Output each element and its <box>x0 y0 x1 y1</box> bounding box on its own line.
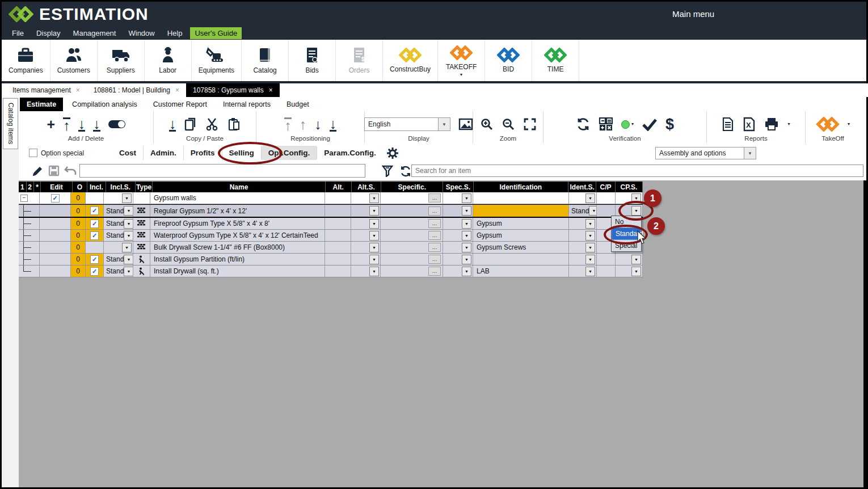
name-cell[interactable]: Install Gypsum Partition (ft/lin) <box>150 254 325 265</box>
identification-cell[interactable]: Gypsum Screws <box>473 242 569 253</box>
menu-management[interactable]: Management <box>69 27 121 39</box>
table-row[interactable]: 0 Stand▼ Waterproof Gypsum Type X 5/8" x… <box>19 230 643 242</box>
ellipsis-button[interactable]: ... <box>428 206 441 216</box>
tab-compilation-analysis[interactable]: Compilation analysis <box>65 98 144 111</box>
excel-export-icon[interactable]: X <box>742 117 756 132</box>
chevron-down-icon[interactable]: ▾ <box>460 74 462 76</box>
toolbar-catalog[interactable]: Catalog <box>242 40 289 81</box>
name-cell[interactable]: Regular Gypsum 1/2" x 4' x 12' <box>150 205 325 217</box>
param-config-button[interactable]: Param.Config. <box>317 146 383 160</box>
table-row[interactable]: 0 Stand▼ Install Gypsum Partition (ft/li… <box>19 254 643 265</box>
chevron-down-icon[interactable]: ▼ <box>462 231 471 241</box>
o-cell[interactable]: 0 <box>71 254 86 265</box>
add-item-icon[interactable]: + <box>47 117 55 132</box>
gear-icon[interactable] <box>386 147 399 159</box>
toolbar-labor[interactable]: Labor <box>145 40 192 81</box>
chevron-down-icon[interactable]: ▼ <box>124 255 133 264</box>
chevron-down-icon[interactable]: ▾ <box>631 123 634 125</box>
move-bottom-icon[interactable]: ↓ <box>330 117 337 132</box>
ellipsis-button[interactable]: ... <box>428 243 441 252</box>
status-indicator-icon[interactable] <box>621 120 630 129</box>
menu-file[interactable]: File <box>7 27 28 39</box>
filter-funnel-icon[interactable] <box>382 165 393 177</box>
undo-icon[interactable] <box>64 165 77 176</box>
toolbar-time[interactable]: TIME <box>532 40 579 81</box>
col-o[interactable]: O <box>73 182 88 192</box>
chevron-down-icon[interactable]: ▼ <box>369 255 379 264</box>
name-cell[interactable]: Gypsum walls <box>150 192 325 204</box>
chevron-down-icon[interactable]: ▼ <box>585 255 595 264</box>
chevron-down-icon[interactable]: ▼ <box>124 231 133 241</box>
toggle-switch-icon[interactable] <box>108 120 125 128</box>
table-row[interactable]: 0 Stand▼ Install Drywall (sq. ft.) ▼ ...… <box>19 265 643 277</box>
identification-cell-active[interactable] <box>473 205 569 217</box>
chevron-down-icon[interactable]: ▼ <box>369 193 379 203</box>
printer-icon[interactable] <box>764 117 779 132</box>
delete-all-icon[interactable]: ↓ <box>93 117 100 132</box>
copy-icon[interactable] <box>184 117 197 132</box>
catalog-items-side-tab[interactable]: Catalog items <box>3 98 18 149</box>
col-incl[interactable]: Incl. <box>87 182 106 192</box>
report-document-icon[interactable] <box>722 117 734 132</box>
ellipsis-button[interactable]: ... <box>428 193 441 203</box>
checkmark-icon[interactable] <box>642 117 658 131</box>
menu-window[interactable]: Window <box>124 27 159 39</box>
chevron-down-icon[interactable]: ▼ <box>462 206 471 216</box>
zoom-in-icon[interactable] <box>480 117 494 131</box>
toolbar-takeoff[interactable]: TAKEOFF ▾ <box>438 40 485 81</box>
tab-customer-report[interactable]: Customer Report <box>146 98 214 111</box>
toolbar-customers[interactable]: Customers <box>50 40 98 81</box>
identification-cell[interactable]: Gypsum <box>473 218 569 229</box>
col-1[interactable]: 1 <box>19 182 27 192</box>
name-cell[interactable]: Waterproof Gypsum Type X 5/8" x 4' x 12'… <box>150 230 325 241</box>
assembly-options-select[interactable]: Assembly and options ▼ <box>655 147 756 159</box>
chevron-down-icon[interactable]: ▼ <box>585 231 595 241</box>
chevron-down-icon[interactable]: ▾ <box>848 123 850 125</box>
cost-button[interactable]: Cost <box>112 146 144 160</box>
chevron-down-icon[interactable]: ▼ <box>369 267 379 276</box>
save-floppy-icon[interactable] <box>48 165 60 176</box>
tab-budget[interactable]: Budget <box>280 98 316 111</box>
item-name-input[interactable] <box>79 164 365 178</box>
language-select[interactable]: English ▼ <box>364 117 450 131</box>
move-up-icon[interactable]: ↑ <box>300 117 307 132</box>
incl-checkbox[interactable] <box>90 220 99 228</box>
toolbar-suppliers[interactable]: Suppliers <box>98 40 145 81</box>
toolbar-bid[interactable]: BID <box>485 40 532 81</box>
calculator-grid-icon[interactable] <box>599 117 613 132</box>
chevron-down-icon[interactable]: ▼ <box>462 255 471 264</box>
toolbar-bids[interactable]: Bids <box>289 40 336 81</box>
delete-row-icon[interactable]: ↓ <box>78 117 86 132</box>
refresh-icon[interactable] <box>399 165 412 178</box>
tab-items-management[interactable]: Items management × <box>6 83 87 97</box>
tab-model-building[interactable]: 108861 : Model | Building × <box>87 83 186 97</box>
toolbar-companies[interactable]: Companies <box>2 40 50 81</box>
option-special-checkbox[interactable] <box>29 149 37 157</box>
cut-scissors-icon[interactable] <box>205 117 219 132</box>
option-special-control[interactable]: Option special <box>29 149 84 157</box>
col-specific[interactable]: Specific. <box>381 182 443 192</box>
chevron-down-icon[interactable]: ▼ <box>462 219 471 229</box>
o-cell[interactable]: 0 <box>71 242 86 253</box>
edit-pencil-icon[interactable] <box>31 165 44 178</box>
paste-clipboard-icon[interactable] <box>227 117 241 132</box>
name-cell[interactable]: Install Drywall (sq. ft.) <box>150 265 325 277</box>
chevron-down-icon[interactable]: ▾ <box>787 123 790 125</box>
chevron-down-icon[interactable]: ▼ <box>585 267 595 276</box>
chevron-down-icon[interactable]: ▼ <box>631 267 641 276</box>
tab-estimate[interactable]: Estimate <box>20 98 63 111</box>
chevron-down-icon[interactable]: ▼ <box>462 193 471 203</box>
chevron-down-icon[interactable]: ▼ <box>585 243 595 252</box>
identification-cell[interactable]: LAB <box>473 265 569 277</box>
col-cp-s[interactable]: CP.S. <box>616 182 643 192</box>
tab-gypsum-walls[interactable]: 107858 : Gypsum walls × <box>186 83 280 97</box>
image-icon[interactable] <box>458 117 473 131</box>
col-cp[interactable]: C/P <box>596 182 615 192</box>
table-row[interactable]: 0 Stand▼ Fireproof Gypsum Type X 5/8" x … <box>19 218 643 230</box>
profits-button[interactable]: Profits <box>184 146 222 160</box>
o-cell[interactable]: 0 <box>71 218 86 229</box>
name-cell[interactable]: Bulk Drywall Screw 1-1/4" #6 FF (Box8000… <box>150 242 325 253</box>
ellipsis-button[interactable]: ... <box>428 219 441 228</box>
collapse-icon[interactable]: − <box>20 195 28 202</box>
name-cell[interactable]: Fireproof Gypsum Type X 5/8" x 4' x 8' <box>150 218 325 229</box>
